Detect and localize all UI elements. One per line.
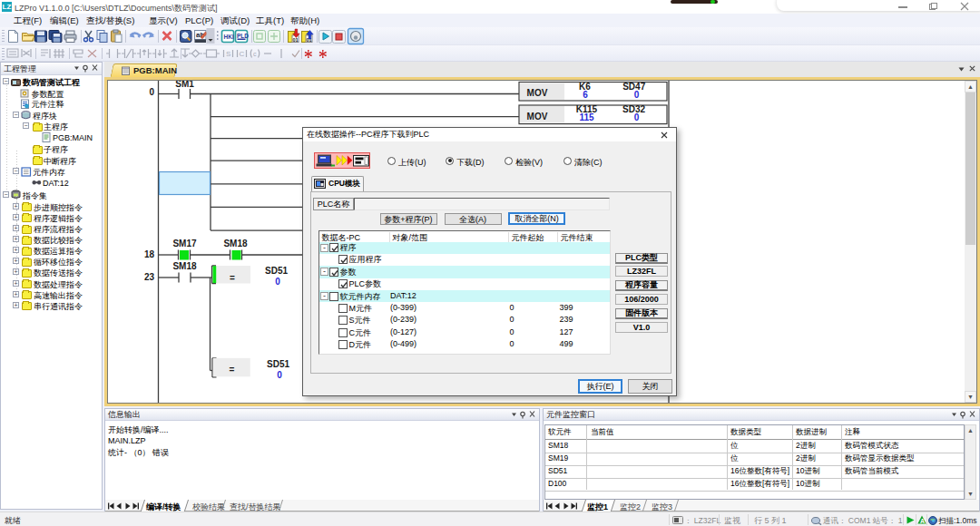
svg-text:18: 18 (144, 249, 155, 259)
svg-text:01: 01 (293, 37, 299, 43)
svg-text:S: S (226, 50, 230, 58)
svg-text:23: 23 (144, 272, 155, 282)
svg-text:HKI: HKI (224, 34, 234, 40)
svg-text:SM18: SM18 (223, 239, 248, 248)
svg-text:MOV: MOV (527, 112, 548, 122)
svg-text:c: c (253, 51, 257, 57)
svg-text:0: 0 (149, 87, 154, 97)
svg-text:=: = (230, 273, 235, 283)
svg-text:0: 0 (275, 277, 280, 287)
svg-text:=: = (230, 365, 235, 375)
svg-text:0: 0 (634, 90, 640, 100)
svg-text:C: C (240, 50, 245, 58)
svg-text:SM1: SM1 (175, 81, 194, 89)
svg-text:SM17: SM17 (172, 239, 197, 248)
svg-text:115: 115 (579, 112, 594, 122)
svg-text:SM18: SM18 (172, 261, 197, 271)
svg-text:PLD: PLD (237, 33, 249, 39)
svg-text:MOV: MOV (527, 88, 548, 98)
svg-text:SD51: SD51 (267, 359, 289, 369)
svg-text:A: A (920, 518, 925, 524)
svg-text:0: 0 (277, 370, 282, 380)
svg-text:6: 6 (583, 90, 588, 100)
svg-text:SD51: SD51 (265, 266, 288, 276)
svg-text:0: 0 (634, 112, 640, 122)
